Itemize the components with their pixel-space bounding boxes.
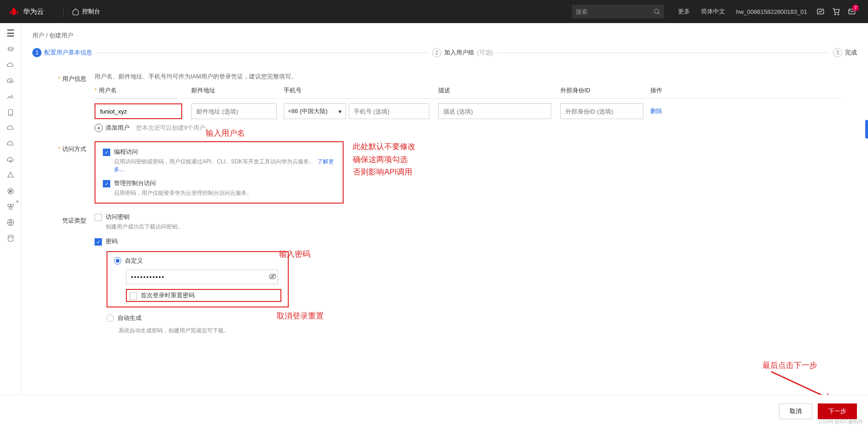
step-2: 2加入用户组(可选) [432, 48, 493, 57]
icon-sidebar: ☰ IP ▸ [0, 23, 21, 427]
brand-text: 华为云 [23, 7, 44, 16]
service-icon-2[interactable] [6, 61, 15, 70]
svg-point-6 [10, 81, 11, 82]
annotation-access: 此处默认不要修改 确保这两项勾选 否则影响API调用 [353, 140, 416, 178]
delete-link[interactable]: 删除 [650, 108, 662, 114]
console-label: 控制台 [82, 7, 100, 16]
country-code-select[interactable]: +86 (中国大陆)▾ [284, 103, 346, 119]
svg-point-2 [835, 14, 836, 15]
cart-icon[interactable] [832, 7, 840, 16]
search-input[interactable] [576, 8, 653, 15]
username-input[interactable] [95, 103, 182, 119]
stepper: 1配置用户基本信息 2加入用户组(可选) 3完成 [32, 48, 857, 57]
password-input[interactable] [126, 270, 278, 284]
user-name[interactable]: hw_008615822800183_01 [736, 8, 807, 15]
service-icon-8[interactable] [6, 155, 15, 164]
svg-point-13 [9, 207, 12, 210]
more-link[interactable]: 更多 [678, 7, 690, 16]
userinfo-hint: 用户名、邮件地址、手机号均可作为IAM用户的登录凭证，建议您完整填写。 [95, 71, 843, 82]
pwd-label: 密码 [106, 237, 843, 246]
desc-input[interactable] [438, 103, 551, 119]
service-icon-11[interactable] [6, 202, 15, 211]
ak-label: 访问密钥 [106, 213, 843, 221]
svg-point-12 [11, 204, 13, 207]
custom-label: 自定义 [125, 257, 143, 265]
service-icon-1[interactable] [6, 45, 15, 54]
checkbox-reset-first-login[interactable] [130, 292, 137, 300]
home-icon [72, 8, 79, 15]
checkbox-password[interactable]: ✓ [95, 238, 102, 246]
huawei-logo-icon [8, 6, 19, 17]
mail-badge: 7 [852, 5, 859, 11]
mail-icon[interactable]: 7 [848, 7, 856, 16]
svg-point-3 [838, 14, 838, 15]
footer-bar: 取消 下一步 [0, 395, 868, 427]
service-icon-12[interactable] [6, 218, 15, 227]
service-icon-6[interactable] [6, 124, 15, 133]
service-icon-10[interactable]: IP [6, 186, 15, 196]
svg-point-5 [8, 47, 13, 49]
service-icon-9[interactable] [6, 171, 15, 180]
table-row: +86 (中国大陆)▾ 删除 [95, 103, 843, 119]
side-handle[interactable] [865, 120, 868, 138]
service-icon-4[interactable] [6, 92, 15, 102]
console-access-label: 管理控制台访问 [114, 179, 335, 187]
plus-icon: + [95, 124, 103, 132]
cancel-button[interactable]: 取消 [779, 403, 812, 419]
annotation-username: 输入用户名 [206, 127, 245, 139]
eye-icon[interactable] [268, 272, 277, 282]
feedback-icon[interactable] [816, 7, 825, 16]
watermark: CSDN @IOT趣制作 [819, 418, 863, 425]
service-icon-13[interactable] [6, 234, 15, 243]
radio-auto[interactable] [107, 314, 114, 322]
service-icon-7[interactable] [6, 139, 15, 149]
checkbox-accesskey[interactable] [95, 214, 102, 221]
svg-point-15 [8, 235, 13, 237]
logo[interactable]: 华为云 [8, 6, 44, 17]
crumb-users[interactable]: 用户 [32, 32, 44, 39]
svg-point-0 [654, 9, 659, 13]
step-3: 3完成 [833, 48, 857, 57]
service-icon-3[interactable] [6, 77, 15, 86]
top-navbar: 华为云 控制台 更多 简体中文 hw_008615822800183_01 7 [0, 0, 868, 23]
access-box: ✓ 编程访问 启用访问密钥或密码，用户仅能通过API、CLI、SDK等开发工具访… [95, 141, 344, 204]
reset-label: 首次登录时重置密码 [141, 291, 195, 300]
lang-select[interactable]: 简体中文 [701, 7, 725, 16]
ext-id-input[interactable] [560, 103, 643, 119]
radio-custom[interactable] [114, 257, 121, 265]
label-userinfo: 用户信息 [46, 71, 95, 83]
next-button[interactable]: 下一步 [818, 403, 857, 419]
phone-input[interactable] [349, 103, 429, 119]
checkbox-console[interactable]: ✓ [103, 180, 110, 187]
service-icon-5[interactable] [6, 108, 15, 117]
prog-access-label: 编程访问 [114, 148, 335, 156]
expand-arrow-icon[interactable]: ▸ [17, 198, 19, 204]
divider [63, 6, 64, 17]
chevron-down-icon: ▾ [339, 108, 342, 115]
menu-toggle-icon[interactable]: ☰ [6, 28, 15, 39]
auto-desc: 系统自动生成密码，创建用户完成后可下载。 [119, 327, 843, 335]
table-header: * 用户名 邮件地址 手机号 描述 外部身份ID 操作 [95, 86, 843, 99]
email-input[interactable] [191, 103, 277, 119]
search-box[interactable] [572, 5, 664, 18]
pwd-custom-box: 自定义 首次登录时重置密码 [107, 251, 289, 307]
auto-label: 自动生成 [118, 314, 142, 322]
add-user-tip: 您本次还可以创建9个用户。 [136, 124, 211, 132]
breadcrumb: 用户 / 创建用户 [32, 31, 857, 40]
svg-point-11 [8, 204, 11, 207]
annotation-reset: 取消登录重置 [277, 310, 324, 322]
label-access: 访问方式 [46, 141, 95, 153]
checkbox-programmatic[interactable]: ✓ [103, 149, 110, 156]
svg-text:IP: IP [9, 190, 12, 193]
label-cred: 凭证类型 [46, 213, 95, 225]
search-icon [653, 8, 660, 15]
step-1: 1配置用户基本信息 [32, 48, 92, 57]
svg-point-8 [10, 114, 11, 115]
main-content: 用户 / 创建用户 1配置用户基本信息 2加入用户组(可选) 3完成 用户信息 … [21, 23, 868, 427]
console-link[interactable]: 控制台 [72, 7, 100, 16]
crumb-current: 创建用户 [49, 32, 73, 39]
